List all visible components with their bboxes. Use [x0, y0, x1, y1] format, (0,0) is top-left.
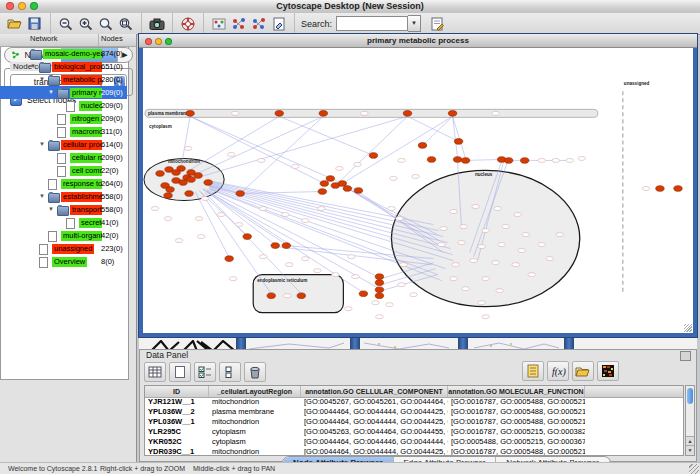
node-label[interactable] — [482, 277, 490, 281]
scroll-down-button[interactable]: ▼ — [686, 445, 694, 455]
node[interactable] — [166, 187, 174, 193]
node-label[interactable] — [195, 217, 203, 221]
node[interactable] — [243, 234, 251, 240]
node-label[interactable] — [492, 261, 500, 265]
table-scrollbar[interactable]: ▲ ▼ — [685, 385, 695, 456]
node-label[interactable] — [281, 213, 289, 217]
tree-row-nucleobase-containing[interactable]: nucleobase-containing compound metabolic… — [0, 99, 127, 112]
network-window-titlebar[interactable]: primary metabolic process — [139, 34, 697, 48]
tree-row-transport[interactable]: ▼transport558(0) — [0, 203, 127, 216]
node-label[interactable] — [546, 257, 554, 261]
node[interactable] — [461, 158, 469, 164]
node-label[interactable] — [227, 152, 235, 156]
node-label[interactable] — [478, 245, 486, 249]
tree-row-multi-organism[interactable]: multi-organism process42(0) — [0, 229, 127, 242]
node-label[interactable] — [498, 243, 506, 247]
edge[interactable] — [453, 116, 466, 158]
save-icon[interactable] — [25, 15, 45, 33]
tree-row-response[interactable]: response to stimulus264(0) — [0, 177, 127, 190]
tree-row-mosaic-demo-yeast[interactable]: mosaic-demo-yeast874(0) — [0, 47, 127, 60]
node-label[interactable] — [496, 289, 504, 293]
node-label[interactable] — [175, 239, 183, 243]
node-label[interactable] — [345, 307, 353, 311]
node-label[interactable] — [318, 207, 326, 211]
node-label[interactable] — [470, 259, 478, 263]
import-attributes-icon[interactable] — [572, 361, 594, 381]
table-row[interactable]: YJR121W__1mitochondrion[GO:0045267, GO:0… — [145, 397, 683, 407]
node-label[interactable] — [538, 243, 546, 247]
tree-row-overview[interactable]: Overview8(0) — [0, 255, 127, 268]
node[interactable] — [359, 291, 367, 297]
tree-row-cellular[interactable]: cellular metabolic process209(0) — [0, 151, 127, 164]
node-label[interactable] — [398, 283, 406, 287]
close-window-button[interactable] — [6, 2, 14, 10]
node[interactable] — [354, 188, 362, 194]
node-label[interactable] — [291, 164, 299, 168]
tree-row-metabolic[interactable]: ▼metabolic process280(0) — [0, 73, 127, 86]
window-resize-grip[interactable] — [689, 464, 699, 474]
node[interactable] — [343, 186, 351, 192]
plasma-membrane-region[interactable] — [145, 109, 598, 117]
node[interactable] — [179, 180, 187, 186]
node-label[interactable] — [462, 287, 470, 291]
node-label[interactable] — [231, 111, 239, 115]
node-label[interactable] — [450, 277, 458, 281]
node[interactable] — [448, 111, 456, 117]
node[interactable] — [320, 181, 328, 187]
table-row[interactable]: YDR039C__1mitochondrion[GO:0044464, GO:0… — [145, 447, 683, 456]
node-label[interactable] — [556, 233, 564, 237]
node[interactable] — [454, 139, 462, 145]
node-label[interactable] — [283, 294, 291, 298]
node[interactable] — [282, 243, 290, 249]
expand-arrow-icon[interactable]: ▼ — [39, 138, 45, 151]
layout-icon[interactable] — [209, 15, 229, 33]
node-label[interactable] — [528, 273, 536, 277]
table-row[interactable]: YKR052Ccytoplasm[GO:0044464, GO:0044446,… — [145, 437, 683, 447]
edge[interactable] — [423, 116, 453, 145]
node[interactable] — [267, 293, 275, 299]
node[interactable] — [427, 157, 435, 163]
node-label[interactable] — [440, 227, 448, 231]
column-header[interactable]: annotation.GO MOLECULAR_FUNCTION — [448, 386, 585, 397]
node[interactable] — [418, 143, 426, 149]
network-minimize-button[interactable] — [155, 38, 162, 45]
zoom-out-icon[interactable] — [56, 15, 76, 33]
node[interactable] — [275, 111, 283, 117]
node[interactable] — [520, 158, 528, 164]
vizmapper-icon[interactable] — [229, 15, 249, 33]
tree-row-cellular[interactable]: ▼cellular process614(0) — [0, 138, 127, 151]
expand-arrow-icon[interactable]: ▼ — [39, 190, 45, 203]
node[interactable] — [369, 153, 377, 159]
node-label[interactable] — [482, 315, 490, 319]
node[interactable] — [297, 293, 305, 299]
node[interactable] — [338, 181, 346, 187]
node[interactable] — [156, 171, 164, 177]
node-label[interactable] — [235, 223, 243, 227]
network-zoom-button[interactable] — [165, 38, 172, 45]
node-label[interactable] — [201, 197, 209, 201]
node[interactable] — [186, 111, 194, 117]
delete-attribute-icon[interactable] — [244, 362, 266, 382]
expand-arrow-icon[interactable]: ▼ — [48, 86, 54, 99]
node-label[interactable] — [578, 156, 586, 160]
edge[interactable] — [342, 116, 452, 183]
edge[interactable] — [453, 116, 458, 157]
node-label[interactable] — [332, 273, 340, 277]
network-close-button[interactable] — [145, 38, 152, 45]
tree-row-biologicalprocess[interactable]: ▼biological_process651(0) — [0, 60, 127, 73]
node[interactable] — [504, 158, 512, 164]
minimize-window-button[interactable] — [18, 2, 26, 10]
tree-row-unassigned[interactable]: unassigned223(0) — [0, 242, 127, 255]
tree-row-nitrogen[interactable]: nitrogen compound metabolic process209(0… — [0, 112, 127, 125]
node-label[interactable] — [301, 219, 309, 223]
table-row[interactable]: YPL036W__1mitochondrion[GO:0044464, GO:0… — [145, 417, 683, 427]
node-label[interactable] — [458, 241, 466, 245]
node-label[interactable] — [412, 174, 420, 178]
node[interactable] — [194, 173, 202, 179]
edge[interactable] — [466, 159, 502, 160]
node-label[interactable] — [352, 275, 360, 279]
node-label[interactable] — [566, 158, 574, 162]
node[interactable] — [375, 280, 383, 286]
node-label[interactable] — [257, 158, 265, 162]
node-label[interactable] — [460, 225, 468, 229]
